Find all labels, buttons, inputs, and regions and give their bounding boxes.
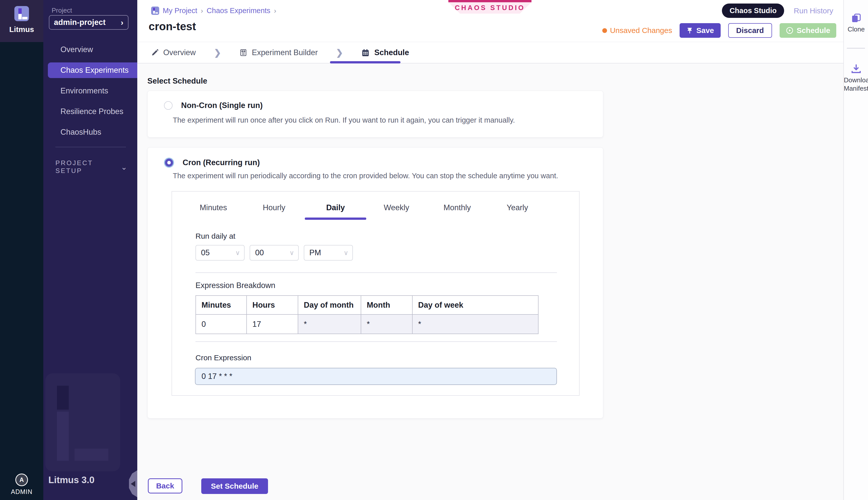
ampm-select[interactable]: PM ∨: [304, 245, 353, 261]
sidebar-divider: [55, 147, 126, 147]
sidebar-collapse-handle[interactable]: [129, 470, 137, 497]
user-block: A ADMIN: [0, 474, 43, 496]
cron-schedule-box: Minutes Hourly Daily Weekly Monthly Year…: [171, 191, 579, 396]
section-heading: Select Schedule: [147, 77, 207, 86]
sidebar-nav: Overview Chaos Experiments Environments …: [43, 42, 137, 145]
watermark-bar: [75, 448, 108, 461]
chaos-studio-banner: CHAOS STUDIO: [448, 0, 531, 14]
non-cron-label: Non-Cron (Single run): [181, 101, 263, 110]
sidebar-item-environments[interactable]: Environments: [43, 83, 137, 99]
logo-dot: [19, 8, 22, 14]
project-selector-value: admin-project: [54, 18, 105, 27]
version-label: Litmus 3.0: [48, 475, 94, 485]
clone-icon: [850, 12, 862, 24]
tab-schedule-label: Schedule: [374, 48, 409, 57]
collapse-arrow-icon: [131, 481, 135, 487]
right-rail: Clone Download Manifest: [843, 0, 868, 500]
col-hours: Hours: [247, 296, 298, 315]
chevron-separator-icon: ❯: [214, 48, 221, 58]
cron-tab-hourly[interactable]: Hourly: [263, 203, 285, 212]
unsaved-dot-icon: [602, 28, 607, 33]
download-manifest-button[interactable]: Download Manifest: [844, 63, 868, 92]
breadcrumb-chaos-experiments[interactable]: Chaos Experiments: [206, 7, 270, 15]
active-tab-underline: [330, 61, 401, 64]
breadcrumb-my-project[interactable]: My Project: [163, 7, 197, 15]
project-selector[interactable]: admin-project ›: [49, 15, 128, 30]
discard-button[interactable]: Discard: [728, 23, 772, 38]
schedule-button[interactable]: Schedule: [780, 23, 836, 38]
logo-stem: [19, 14, 22, 19]
chevron-down-icon: ∨: [235, 249, 240, 257]
clone-button[interactable]: Clone: [844, 12, 868, 34]
litmus-watermark-logo: [45, 373, 120, 471]
tab-overview[interactable]: Overview: [151, 48, 196, 57]
ampm-select-value: PM: [309, 248, 321, 257]
back-button[interactable]: Back: [148, 478, 182, 493]
cron-radio-row: Cron (Recurring run): [164, 158, 260, 168]
app-window: Litmus A ADMIN Project admin-project › O…: [0, 0, 868, 500]
non-cron-radio[interactable]: [164, 101, 172, 110]
minute-select[interactable]: 00 ∨: [250, 245, 299, 261]
save-button[interactable]: Save: [679, 23, 720, 38]
left-rail: Litmus A ADMIN: [0, 0, 43, 500]
sidebar-item-resilience-probes[interactable]: Resilience Probes: [43, 104, 137, 120]
sidebar-item-overview[interactable]: Overview: [43, 42, 137, 57]
val-day-of-month: *: [298, 315, 361, 334]
pencil-icon: [151, 49, 159, 56]
avatar[interactable]: A: [15, 474, 28, 486]
unsaved-label: Unsaved Changes: [610, 26, 672, 35]
main-area: My Project › Chaos Experiments › cron-te…: [137, 0, 843, 500]
sidebar-item-chaos-experiments[interactable]: Chaos Experiments: [48, 62, 137, 78]
mode-toggle: Chaos Studio Run History: [722, 3, 833, 18]
table-header-row: Minutes Hours Day of month Month Day of …: [196, 296, 538, 315]
rail-divider: [847, 48, 865, 48]
save-label: Save: [696, 26, 714, 35]
discard-label: Discard: [736, 26, 764, 35]
cron-tab-weekly[interactable]: Weekly: [384, 203, 409, 212]
col-day-of-week: Day of week: [412, 296, 538, 315]
cron-tab-daily[interactable]: Daily: [326, 203, 345, 212]
hour-select[interactable]: 05 ∨: [195, 245, 245, 261]
run-daily-at-label: Run daily at: [195, 232, 235, 240]
tab-experiment-builder[interactable]: Experiment Builder: [239, 48, 318, 57]
cron-expression-label: Cron Expression: [195, 353, 251, 362]
banner-label: CHAOS STUDIO: [448, 2, 531, 14]
cron-tab-yearly[interactable]: Yearly: [507, 203, 528, 212]
cron-radio-dot: [167, 161, 171, 164]
cron-radio[interactable]: [164, 158, 174, 168]
divider: [195, 341, 557, 342]
tab-run-history[interactable]: Run History: [794, 7, 833, 15]
val-month: *: [361, 315, 412, 334]
header-actions: Unsaved Changes Save Discard Schedule: [602, 23, 836, 38]
chevron-separator-icon: ❯: [336, 48, 343, 58]
sidebar: Project admin-project › Overview Chaos E…: [43, 0, 137, 500]
cron-label: Cron (Recurring run): [183, 158, 260, 167]
non-cron-card: Non-Cron (Single run) The experiment wil…: [147, 91, 603, 137]
watermark-stem: [57, 412, 69, 461]
project-setup-toggle[interactable]: PROJECT SETUP ⌄: [55, 159, 127, 175]
cron-tab-minutes[interactable]: Minutes: [200, 203, 227, 212]
builder-icon: [239, 48, 247, 57]
non-cron-desc: The experiment will run once after you c…: [173, 116, 515, 124]
set-schedule-button[interactable]: Set Schedule: [201, 478, 268, 494]
expression-breakdown-title: Expression Breakdown: [195, 281, 275, 290]
crumb-logo-dot: [153, 8, 155, 11]
tab-chaos-studio[interactable]: Chaos Studio: [722, 3, 784, 18]
val-minutes: 0: [196, 315, 247, 334]
cron-card: Cron (Recurring run) The experiment will…: [147, 147, 603, 418]
tab-schedule[interactable]: Schedule: [361, 48, 409, 57]
user-name: ADMIN: [0, 488, 43, 496]
footer-buttons: Back Set Schedule: [148, 478, 268, 494]
logo-bar: [22, 17, 27, 19]
table-value-row: 0 17 * * *: [196, 315, 538, 334]
col-day-of-month: Day of month: [298, 296, 361, 315]
cron-tab-monthly[interactable]: Monthly: [443, 203, 471, 212]
cron-desc: The experiment will run periodically acc…: [173, 172, 558, 180]
schedule-content: Select Schedule Non-Cron (Single run) Th…: [137, 64, 843, 500]
cron-expression-input[interactable]: 0 17 * * *: [195, 368, 557, 385]
sidebar-item-chaoshubs[interactable]: ChaosHubs: [43, 124, 137, 140]
crumb-logo-stem: [153, 11, 155, 14]
breadcrumb-logo-icon: [151, 7, 159, 15]
step-tabs: Overview ❯ Experiment Builder ❯ Schedule: [137, 42, 843, 64]
litmus-logo-icon: [14, 6, 29, 21]
